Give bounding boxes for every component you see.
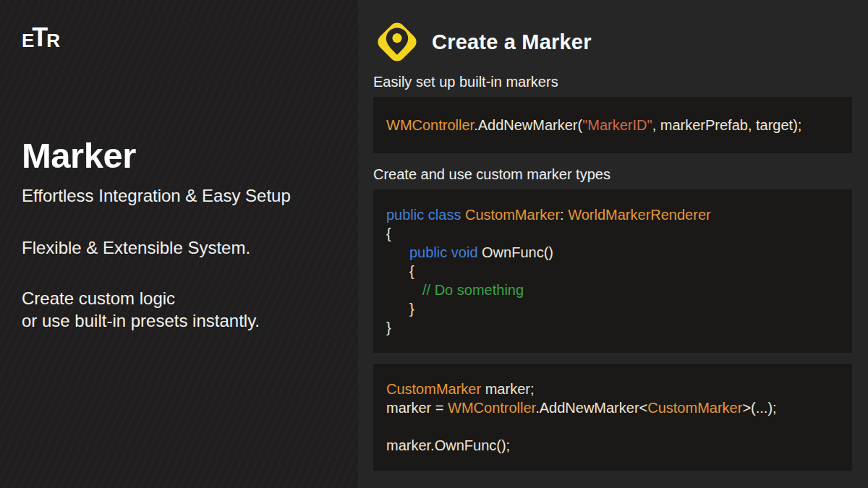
- tagline-line-2: or use built-in presets instantly.: [22, 309, 338, 332]
- code-token: }: [386, 320, 391, 335]
- product-title: Marker: [22, 137, 338, 176]
- code-line: }: [386, 318, 839, 337]
- code-token: // Do something: [422, 282, 524, 298]
- section-label-custom: Create and use custom marker types: [373, 166, 852, 183]
- code-token: .AddNewMarker(: [474, 117, 582, 133]
- code-line: marker.OwnFunc();: [386, 436, 839, 455]
- code-token: .AddNewMarker<: [535, 400, 647, 416]
- page-title: Create a Marker: [432, 30, 592, 54]
- code-token: {: [409, 263, 414, 279]
- code-token: {: [386, 226, 391, 241]
- code-block-builtin: WMController.AddNewMarker("MarkerID", ma…: [373, 97, 852, 153]
- code-token: OwnFunc(): [482, 244, 553, 260]
- code-token: marker.OwnFunc();: [386, 437, 510, 453]
- code-token: "MarkerID": [582, 117, 652, 133]
- code-token: WMController: [386, 117, 474, 133]
- product-subtitle: Effortless Integration & Easy Setup: [22, 186, 338, 206]
- section-header: Create a Marker: [373, 18, 852, 66]
- code-line: marker = WMController.AddNewMarker<Custo…: [386, 398, 839, 417]
- tagline-line-1: Create custom logic: [22, 287, 338, 309]
- code-token: }: [409, 301, 414, 317]
- right-panel: Create a Marker Easily set up built-in m…: [358, 0, 868, 488]
- code-token: CustomMarker: [386, 381, 481, 397]
- code-token: marker =: [386, 400, 448, 416]
- left-panel: ETR Marker Effortless Integration & Easy…: [0, 0, 358, 488]
- code-line: public void OwnFunc(): [386, 243, 839, 262]
- code-token: public void: [409, 244, 482, 260]
- code-line: public class CustomMarker: WorldMarkerRe…: [386, 205, 839, 224]
- code-token: , markerPrefab, target);: [652, 117, 802, 133]
- code-line: WMController.AddNewMarker("MarkerID", ma…: [386, 116, 839, 134]
- code-token: WorldMarkerRenderer: [568, 207, 710, 223]
- code-line: // Do something: [386, 281, 839, 299]
- code-token: >(...);: [742, 400, 776, 416]
- code-line: {: [386, 262, 839, 281]
- section-label-builtin: Easily set up built-in markers: [373, 74, 852, 90]
- code-line: [386, 417, 839, 436]
- code-line: }: [386, 299, 839, 318]
- code-block-custom-class: public class CustomMarker: WorldMarkerRe…: [373, 189, 852, 353]
- tagline: Create custom logic or use built-in pres…: [22, 287, 338, 332]
- marker-pin-icon: [373, 18, 421, 66]
- code-token: CustomMarker: [465, 207, 560, 223]
- logo-letter-t: T: [32, 25, 48, 51]
- feature-line: Flexible & Extensible System.: [22, 238, 338, 258]
- code-token: :: [560, 207, 568, 223]
- logo-letter-r: R: [46, 31, 59, 50]
- code-line: CustomMarker marker;: [386, 380, 839, 398]
- promo-slide: ETR Marker Effortless Integration & Easy…: [0, 0, 868, 488]
- brand-logo: ETR: [22, 24, 338, 50]
- code-token: public class: [386, 207, 465, 223]
- code-token: CustomMarker: [647, 400, 742, 416]
- code-line: {: [386, 224, 839, 243]
- code-block-custom-usage: CustomMarker marker;marker = WMControlle…: [373, 364, 852, 471]
- code-token: marker;: [481, 381, 534, 397]
- code-token: WMController: [448, 400, 535, 416]
